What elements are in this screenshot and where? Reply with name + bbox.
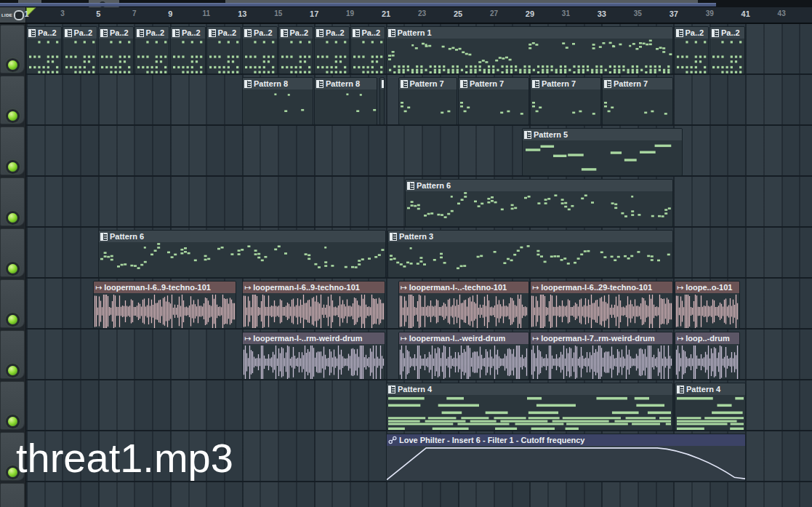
clip-header[interactable]: Pa..2 — [99, 27, 133, 39]
clip-header[interactable]: ↦loope..o-101 — [675, 282, 739, 293]
pattern-clip[interactable]: Pa..2 — [26, 26, 62, 74]
track-head[interactable] — [0, 381, 25, 430]
clip-header[interactable]: Pa..2 — [135, 27, 169, 39]
pattern-clip[interactable] — [379, 77, 385, 125]
pattern-clip[interactable]: Pattern 4 — [675, 383, 746, 431]
track-head[interactable] — [0, 127, 25, 175]
track-mute-led[interactable] — [8, 213, 17, 223]
clip-header[interactable]: Pattern 4 — [675, 383, 745, 395]
clip-header[interactable]: Pattern 7 — [459, 78, 528, 89]
audio-clip[interactable]: ↦looperman-l-6..9-techno-101 — [242, 281, 385, 329]
clip-header[interactable]: ↦looperman-l-..-techno-101 — [399, 282, 528, 293]
clip-header[interactable]: Pattern 7 — [603, 78, 672, 89]
clip-header[interactable]: Love Philter - Insert 6 - Filter 1 - Cut… — [387, 434, 745, 446]
automation-clip[interactable]: Love Philter - Insert 6 - Filter 1 - Cut… — [386, 434, 746, 482]
track-head[interactable] — [0, 25, 25, 73]
clip-header[interactable]: Pattern 8 — [315, 78, 377, 89]
pattern-clip[interactable]: Pa..2 — [350, 26, 386, 74]
track-mute-led[interactable] — [8, 315, 17, 324]
pattern-clip[interactable]: Pattern 8 — [314, 77, 377, 125]
clip-header[interactable]: ↦looperman-l-6..29-techno-101 — [531, 282, 672, 293]
track-mute-led[interactable] — [8, 366, 17, 375]
track-head[interactable] — [0, 177, 25, 226]
clip-header[interactable]: Pa..2 — [207, 27, 241, 39]
audio-clip[interactable]: ↦looperman-l..-weird-drum — [398, 332, 529, 380]
clip-header[interactable]: Pa..2 — [243, 27, 277, 39]
pattern-clip[interactable]: Pattern 5 — [522, 128, 683, 176]
clip-header[interactable]: Pa..2 — [279, 27, 313, 39]
clip-header[interactable]: Pattern 7 — [531, 78, 600, 89]
clip-header[interactable]: Pattern 7 — [399, 78, 457, 89]
clip-header[interactable]: Pattern 1 — [387, 27, 673, 39]
pattern-clip[interactable]: Pa..2 — [674, 26, 710, 74]
pattern-clip[interactable]: Pa..2 — [710, 26, 745, 74]
clip-header[interactable]: ↦looperman-l-6..9-techno-101 — [243, 282, 385, 293]
pattern-clip[interactable]: Pattern 1 — [386, 26, 674, 74]
audio-clip[interactable]: ↦loop..-drum — [675, 332, 740, 380]
pattern-clip[interactable]: Pattern 6 — [405, 179, 673, 227]
clip-header[interactable]: Pa..2 — [63, 27, 97, 39]
audio-clip[interactable]: ↦looperman-l-6..9-techno-101 — [93, 281, 236, 329]
clip-body — [99, 242, 385, 277]
clip-body — [315, 39, 349, 73]
audio-clip[interactable]: ↦looperman-l-7..rm-weird-drum — [530, 332, 673, 380]
clip-header[interactable]: Pattern 8 — [243, 78, 313, 89]
track-mute-led[interactable] — [8, 417, 17, 426]
horizontal-scrollbar-blue[interactable] — [0, 3, 716, 7]
pattern-clip[interactable]: Pa..2 — [63, 26, 98, 74]
pattern-clip[interactable]: Pattern 7 — [602, 77, 673, 125]
clip-header[interactable]: Pa..2 — [315, 27, 349, 39]
clip-header[interactable]: ↦loop..-drum — [675, 332, 739, 344]
pattern-clip[interactable]: Pa..2 — [242, 26, 278, 74]
clip-header[interactable]: ↦looperman-l-..rm-weird-drum — [243, 332, 385, 344]
pattern-clip[interactable]: Pa..2 — [314, 26, 350, 74]
pattern-clip[interactable]: Pattern 7 — [458, 77, 529, 125]
pattern-clip[interactable]: Pattern 7 — [530, 77, 601, 125]
slide-toggle[interactable] — [14, 10, 24, 20]
ruler-bar-number: 37 — [670, 9, 678, 18]
track-mute-led[interactable] — [8, 162, 17, 172]
pattern-clip[interactable]: Pa..2 — [206, 26, 242, 74]
audio-clip[interactable]: ↦looperman-l-6..29-techno-101 — [530, 281, 673, 329]
track-mute-led[interactable] — [8, 111, 17, 121]
track-head[interactable] — [0, 228, 25, 277]
track-head[interactable] — [0, 330, 25, 379]
clip-header[interactable]: Pattern 5 — [523, 129, 682, 140]
clip-header[interactable]: ↦looperman-l-6..9-techno-101 — [94, 282, 236, 293]
pattern-clip[interactable]: Pattern 6 — [98, 230, 386, 278]
pattern-clip[interactable]: Pattern 8 — [242, 77, 313, 125]
audio-clip[interactable]: ↦looperman-l-..-techno-101 — [398, 281, 529, 329]
clip-header[interactable]: Pattern 6 — [99, 231, 385, 242]
clip-header[interactable] — [380, 78, 384, 89]
clip-label: Pa..2 — [74, 27, 93, 39]
clip-header[interactable]: ↦looperman-l-7..rm-weird-drum — [531, 332, 672, 344]
pattern-clip[interactable]: Pattern 7 — [398, 77, 457, 125]
pattern-clip[interactable]: Pa..2 — [98, 26, 134, 74]
audio-clip[interactable]: ↦loope..o-101 — [675, 281, 740, 329]
pattern-clip[interactable]: Pattern 3 — [387, 230, 673, 278]
automation-curve[interactable] — [387, 446, 745, 481]
clip-header[interactable]: Pattern 3 — [388, 231, 672, 242]
pattern-clip[interactable]: Pattern 4 — [386, 383, 673, 431]
clip-header[interactable]: ↦looperman-l..-weird-drum — [399, 332, 528, 344]
clip-header[interactable]: Pattern 6 — [406, 180, 672, 191]
track-head[interactable] — [0, 483, 25, 507]
clip-header[interactable]: Pa..2 — [27, 27, 61, 39]
pattern-clip[interactable]: Pa..2 — [134, 26, 170, 74]
audio-clip[interactable]: ↦looperman-l-..rm-weird-drum — [242, 332, 385, 380]
clip-header[interactable]: Pa..2 — [171, 27, 205, 39]
midi-clip-icon — [460, 80, 467, 88]
track-mute-led[interactable] — [8, 264, 17, 274]
timeline-ruler[interactable]: 135791113151719212325272931333537394143 — [26, 7, 812, 24]
note-preview — [388, 242, 672, 277]
track-mute-led[interactable] — [8, 60, 17, 70]
clip-header[interactable]: Pattern 4 — [387, 383, 672, 395]
track-head[interactable] — [0, 76, 25, 124]
pattern-clip[interactable]: Pa..2 — [170, 26, 206, 74]
clip-header[interactable]: Pa..2 — [710, 27, 744, 39]
track-head[interactable] — [0, 279, 25, 328]
clip-header[interactable]: Pa..2 — [675, 27, 709, 39]
pattern-clip[interactable]: Pa..2 — [278, 26, 314, 74]
clip-header[interactable]: Pa..2 — [351, 27, 385, 39]
clip-body — [675, 395, 745, 430]
